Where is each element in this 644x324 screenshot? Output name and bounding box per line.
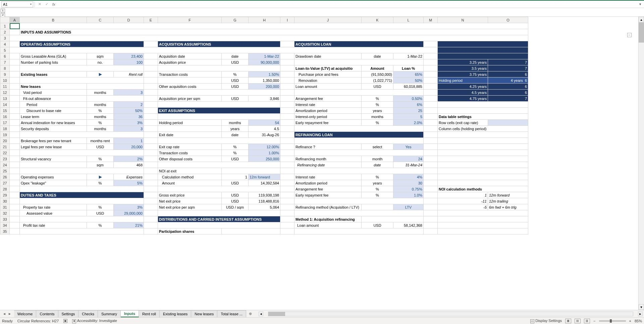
zoom-value[interactable]: 85% (635, 319, 642, 323)
col-F[interactable]: F (158, 17, 222, 23)
other-acq-value[interactable]: 200,000 (249, 84, 280, 90)
cancel-icon[interactable]: ✕ (38, 2, 41, 6)
row-26[interactable]: 26 (0, 174, 10, 180)
row-10[interactable]: 10 (0, 77, 10, 84)
gla-value[interactable]: 23,400 (114, 53, 144, 59)
formula-expand-icon[interactable]: ▾ (638, 2, 643, 6)
page-layout-view-icon[interactable]: ▤ (575, 319, 581, 323)
row-14[interactable]: 14 (0, 102, 10, 108)
col-A[interactable]: A (10, 17, 20, 23)
fx-icon[interactable]: fx (52, 2, 55, 6)
early-value[interactable]: 2.0% (393, 120, 424, 126)
col-J[interactable]: J (294, 17, 362, 23)
proptax-value[interactable]: 3% (114, 204, 144, 210)
legal-value[interactable]: 20,000 (114, 144, 144, 150)
col-M[interactable]: M (424, 17, 438, 23)
col-D[interactable]: D (114, 17, 144, 23)
col-K[interactable]: K (362, 17, 393, 23)
cell-A1[interactable] (10, 23, 20, 29)
row-4[interactable]: 4 (0, 41, 10, 47)
column-group-collapse-icon[interactable]: − (627, 33, 632, 37)
formula-input[interactable] (59, 1, 637, 7)
row-2[interactable]: 2 (0, 29, 10, 35)
row-6[interactable]: 6 (0, 53, 10, 59)
row-13[interactable]: 13 (0, 96, 10, 102)
col-O[interactable]: O (488, 17, 528, 23)
zoom-in-button[interactable]: + (629, 319, 631, 323)
row-19[interactable]: 19 (0, 132, 10, 138)
outline-level-1[interactable]: 1 (1, 9, 5, 13)
profittax-value[interactable]: 21% (114, 222, 144, 228)
refi-int-value[interactable]: 4% (393, 174, 424, 180)
exit-other-value[interactable]: 250,000 (249, 156, 280, 162)
row-28[interactable]: 28 (0, 186, 10, 192)
tab-total-lease-[interactable]: Total lease ... (217, 310, 246, 317)
tab-welcome[interactable]: Welcome (14, 310, 37, 317)
row-17[interactable]: 17 (0, 120, 10, 126)
refi-month-value[interactable]: 24 (393, 156, 424, 162)
row-34[interactable]: 34 (0, 222, 10, 228)
arrfee-value[interactable]: 0.50% (393, 96, 424, 102)
void-value[interactable]: 3 (114, 90, 144, 96)
zoom-slider[interactable] (599, 320, 626, 322)
accept-icon[interactable]: ✓ (45, 2, 48, 6)
scroll-up-icon[interactable]: ▲ (639, 17, 644, 22)
row-3[interactable]: 3 (0, 35, 10, 41)
normal-view-icon[interactable]: ▦ (565, 319, 571, 323)
discount-value[interactable]: 50% (114, 108, 144, 114)
col-C[interactable]: C (87, 17, 114, 23)
refi-amort-value[interactable]: 30 (393, 180, 424, 186)
rowcells-value[interactable] (488, 120, 528, 126)
select-all-triangle[interactable] (0, 17, 10, 23)
vertical-scrollbar[interactable]: ▲ ▼ (638, 17, 644, 310)
row-23[interactable]: 23 (0, 156, 10, 162)
row-11[interactable]: 11 (0, 84, 10, 90)
col-N[interactable]: N (438, 17, 488, 23)
fitout-period-value[interactable]: 2 (114, 102, 144, 108)
intrate-value[interactable]: 6% (393, 102, 424, 108)
add-sheet-button[interactable]: ⊕ (246, 312, 255, 316)
reno-pct[interactable]: 50% (393, 77, 424, 84)
leaseterm-value[interactable]: 36 (114, 114, 144, 120)
spreadsheet-grid[interactable]: − A B C D E F G (0, 17, 638, 310)
refi-method-value[interactable]: LTV (393, 204, 424, 210)
leakage-value[interactable]: 5% (114, 180, 144, 186)
scroll-down-icon[interactable]: ▼ (639, 304, 644, 310)
hscroll-thumb[interactable] (268, 312, 285, 316)
row-15[interactable]: 15 (0, 108, 10, 114)
purchase-pct[interactable]: 65% (393, 71, 424, 77)
name-box[interactable]: A1 ▾ (1, 1, 33, 7)
tab-new-leases[interactable]: New leases (191, 310, 217, 317)
tab-inputs[interactable]: Inputs (121, 310, 139, 317)
scroll-thumb[interactable] (639, 22, 644, 43)
exit-tcosts-value[interactable]: 1.00% (249, 150, 280, 156)
row-30[interactable]: 30 (0, 198, 10, 204)
existing-link-icon[interactable]: ▶ (87, 71, 114, 77)
tab-checks[interactable]: Checks (78, 310, 98, 317)
brokerage-value[interactable]: 1 (114, 138, 144, 144)
tcosts-value[interactable]: 1.50% (249, 71, 280, 77)
hscroll-right-icon[interactable]: ► (638, 312, 643, 316)
row-18[interactable]: 18 (0, 126, 10, 132)
col-H[interactable]: H (249, 17, 280, 23)
opex-link-icon[interactable]: ▶ (87, 174, 114, 180)
col-L[interactable]: L (393, 17, 424, 23)
row-9[interactable]: 9 (0, 71, 10, 77)
tab-rent-roll[interactable]: Rent roll (139, 310, 160, 317)
row-7[interactable]: 7 (0, 59, 10, 65)
page-break-view-icon[interactable]: ▥ (584, 319, 590, 323)
row-16[interactable]: 16 (0, 114, 10, 120)
macro-record-icon[interactable]: ▣ (63, 319, 67, 323)
col-G[interactable]: G (222, 17, 249, 23)
holdm-value[interactable]: 54 (249, 120, 280, 126)
zoom-out-button[interactable]: − (593, 319, 595, 323)
cap-value[interactable]: 12.00% (249, 144, 280, 150)
row-25[interactable]: 25 (0, 168, 10, 174)
refi-q-value[interactable]: Yes (393, 144, 424, 150)
acq-date-value[interactable]: 1-Mar-22 (249, 53, 280, 59)
indexation-value[interactable]: 3% (114, 120, 144, 126)
row-29[interactable]: 29 (0, 192, 10, 198)
tab-settings[interactable]: Settings (58, 310, 79, 317)
calc-method-value[interactable]: 12m forward (249, 174, 280, 180)
tab-existing-leases[interactable]: Existing leases (160, 310, 191, 317)
